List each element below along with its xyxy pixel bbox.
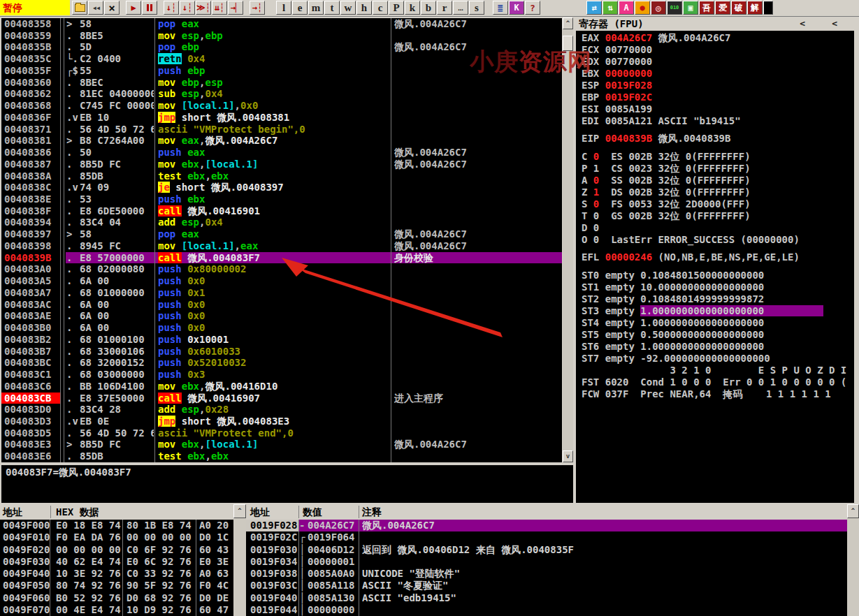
disasm-row[interactable]: 00408358>58pop eax微风.004A26C7 — [1, 18, 562, 30]
breakpoints-window-button[interactable]: b — [421, 1, 436, 15]
windows-window-button[interactable]: w — [340, 1, 356, 15]
register-line[interactable]: EBP 0019F02C — [582, 91, 854, 103]
disasm-row[interactable]: 004083B2.68 01000100push 0x10001 — [1, 334, 562, 346]
hexdump-row[interactable]: 0049F010F0 EA DA 7600 00 00 00D0 1C — [0, 531, 233, 543]
disasm-row[interactable]: 004083AE.6A 00push 0x0 — [1, 310, 562, 322]
appearance-button[interactable]: K — [509, 1, 524, 15]
register-line[interactable]: FCW 037F Prec NEAR,64 掩码 1 1 1 1 1 1 — [582, 388, 854, 400]
disasm-row[interactable]: 004083A5.6A 00push 0x0 — [1, 275, 562, 287]
disasm-row[interactable]: 0040838A.85DBtest ebx,ebx — [1, 170, 562, 182]
disasm-row[interactable]: 0040836F.vEB 10jmp short 微风.00408381 — [1, 112, 562, 124]
register-line[interactable]: ST1 empty 10.000000000000000000 — [582, 281, 854, 293]
register-line[interactable]: EIP 0040839B 微风.0040839B — [582, 133, 854, 145]
close-button[interactable]: × — [104, 1, 120, 15]
plugin-ai-button[interactable]: 爱 — [715, 1, 730, 15]
help-button[interactable]: ? — [525, 1, 540, 15]
plugin-binary-button[interactable]: 010 — [667, 1, 682, 15]
disasm-row[interactable]: 00408398.8945 FCmov [local.1],eax微风.004A… — [1, 240, 562, 252]
call-stack-window-button[interactable]: k — [405, 1, 420, 15]
disasm-row[interactable]: 00408359.8BE5mov esp,ebp — [1, 30, 562, 42]
rewind-button[interactable]: ◂◂ — [88, 1, 103, 15]
stack-row[interactable]: 0019F02C┌0019F064 — [246, 531, 847, 543]
register-line[interactable]: Z 1 DS 002B 32位 0(FFFFFFFF) — [582, 186, 854, 198]
hexdump-row[interactable]: 0049F05080 74 92 7690 5F 92 76F0 4C — [0, 580, 233, 592]
memory-window-button[interactable]: m — [308, 1, 324, 15]
scroll-up-icon[interactable]: ^ — [847, 504, 859, 518]
register-line[interactable]: EAX 004A26C7 微风.004A26C7 — [582, 32, 854, 44]
register-line[interactable]: ECX 00770000 — [582, 44, 854, 56]
log-window-button[interactable]: l — [276, 1, 291, 15]
plugin-dot-button[interactable]: ● — [635, 1, 650, 15]
stack-row[interactable]: 0019F034│00000001 — [246, 556, 847, 568]
disasm-row[interactable]: 00408368.C745 FC 00000000mov [local.1],0… — [1, 100, 562, 112]
cpu-window-button[interactable]: c — [373, 1, 388, 15]
disasm-row[interactable]: 00408371.56 4D 50 72 6Fascii "VMProtect … — [1, 124, 562, 135]
scroll-down-icon[interactable]: v — [563, 450, 573, 462]
trace-into-button[interactable]: ≫┆ — [196, 1, 211, 15]
disasm-row[interactable]: 004083C1.68 03000000push 0x3 — [1, 369, 562, 381]
disasm-row[interactable]: 004083D3.vEB 0Ejmp short 微风.004083E3 — [1, 416, 562, 427]
go-to-button[interactable]: →┆ — [250, 1, 265, 15]
register-line[interactable]: T 0 GS 002B 32位 0(FFFFFFFF) — [582, 210, 854, 222]
disasm-row[interactable]: 00408386.50push eax微风.004A26C7 — [1, 147, 562, 159]
register-line[interactable]: EFL 00000246 (NO,NB,E,BE,NS,PE,GE,LE) — [582, 251, 854, 263]
disasm-row[interactable]: 004083B7.68 33000106push 0x6010033 — [1, 346, 562, 358]
disasm-row[interactable]: 004083D5.56 4D 50 72 6Fascii "VMProtect … — [1, 427, 562, 439]
black-box[interactable] — [763, 1, 773, 15]
patches-window-button[interactable]: P — [389, 1, 404, 15]
handles-window-button[interactable]: h — [356, 1, 372, 15]
hexdump-row[interactable]: 0049F02000 00 00 00C0 6F 92 7660 43 — [0, 544, 233, 556]
disasm-row[interactable]: 004083CB.E8 37E50000call 微风.00416907进入主程… — [1, 393, 562, 404]
register-line[interactable]: FST 6020 Cond 1 0 0 0 Err 0 0 1 0 0 0 0 … — [582, 376, 854, 388]
collapse-right-button[interactable]: < — [832, 17, 837, 31]
register-line[interactable]: ESI 0085A199 — [582, 103, 854, 115]
disasm-row[interactable]: 004083C6.BB 106D4100mov ebx,微风.00416D10 — [1, 381, 562, 393]
plugin-po-button[interactable]: 破 — [731, 1, 746, 15]
source-window-button[interactable]: s — [469, 1, 484, 15]
register-line[interactable]: C 0 ES 002B 32位 0(FFFFFFFF) — [582, 151, 854, 163]
run-button[interactable]: ▶ — [126, 1, 141, 15]
register-line[interactable]: ST6 empty 1.0000000000000000000 — [582, 341, 854, 353]
run-trace-window-button[interactable]: ... — [453, 1, 468, 15]
references-window-button[interactable]: r — [437, 1, 452, 15]
threads-window-button[interactable]: t — [324, 1, 340, 15]
pause-button[interactable] — [142, 1, 157, 15]
disasm-row[interactable]: 00408360.8BECmov ebp,esp — [1, 77, 562, 89]
register-line[interactable]: O 0 LastErr ERROR_SUCCESS (00000000) — [582, 234, 854, 246]
options-button[interactable]: ≣ — [493, 1, 508, 15]
scroll-up-icon[interactable]: ^ — [563, 17, 573, 29]
trace-over-button[interactable]: ⇊┆ — [212, 1, 227, 15]
disasm-row[interactable]: 00408362.81EC 04000000sub esp,0x4 — [1, 88, 562, 100]
open-file-button[interactable] — [72, 1, 87, 15]
register-line[interactable]: EDX 00770000 — [582, 56, 854, 68]
collapse-left-button[interactable]: < — [800, 17, 805, 31]
disasm-row[interactable]: 004083E6.85DBtest ebx,ebx — [1, 450, 562, 462]
disasm-row[interactable]: 004083D0.83C4 28add esp,0x28 — [1, 404, 562, 416]
register-line[interactable]: ST7 empty -92.000000000000000000 — [582, 353, 854, 365]
step-over-button[interactable]: ↓┆ — [180, 1, 195, 15]
disasm-row[interactable]: 004083AC.6A 00push 0x0 — [1, 299, 562, 311]
plugin-updown-button[interactable]: ⇅ — [602, 1, 618, 15]
stack-row[interactable]: 0019F044│00000000 — [246, 604, 847, 616]
execute-till-return-button[interactable]: →▏ — [228, 1, 243, 15]
register-line[interactable]: EDI 0085A121 ASCII "b19415" — [582, 115, 854, 127]
disasm-row[interactable]: 00408387.8B5D FCmov ebx,[local.1]微风.004A… — [1, 159, 562, 170]
step-into-button[interactable]: ↓┆ — [164, 1, 179, 15]
stack-row[interactable]: 0019F03C│0085A118ASCII "冬夏验证" — [246, 580, 847, 592]
hexdump-row[interactable]: 0049F04010 3E 92 76C0 33 92 76A0 63 — [0, 568, 233, 580]
plugin-jie-button[interactable]: 解 — [747, 1, 763, 15]
register-line[interactable]: ESP 0019F028 — [582, 80, 854, 91]
disassembly-scrollbar[interactable]: ^ v — [563, 17, 573, 462]
register-line[interactable]: D 0 — [582, 222, 854, 234]
disasm-row[interactable]: 004083A0.68 02000080push 0x80000002 — [1, 263, 562, 275]
info-pane[interactable]: 004083F7=微风.004083F7 — [1, 465, 573, 503]
register-line[interactable]: EBX 00000000 — [582, 68, 854, 80]
disasm-row[interactable]: 00408397>58pop eax微风.004A26C7 — [1, 228, 562, 240]
plugin-swap-button[interactable]: ⇄ — [586, 1, 602, 15]
register-line[interactable]: ST3 empty 1.0000000000000000000 — [582, 305, 854, 317]
register-line[interactable]: A 0 SS 002B 32位 0(FFFFFFFF) — [582, 175, 854, 186]
scroll-up-icon[interactable]: ^ — [233, 504, 246, 518]
hexdump-scrollbar[interactable]: ^ — [233, 504, 246, 616]
disasm-row[interactable]: 0040838C.v74 09je short 微风.00408397 — [1, 182, 562, 193]
register-line[interactable]: ST0 empty 0.1084801500000000000 — [582, 270, 854, 281]
